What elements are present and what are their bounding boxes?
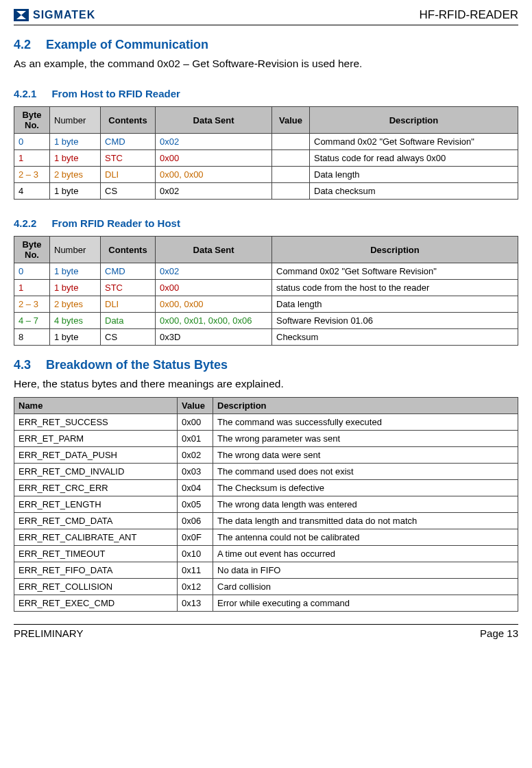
heading-number: 4.2.2 [14, 217, 36, 229]
table-row: ERR_RET_SUCCESS0x00The command was succe… [14, 414, 518, 431]
cell: ERR_RET_DATA_PUSH [14, 447, 178, 464]
col-byteno: Byte No. [14, 107, 50, 134]
page-footer: PRELIMINARY Page 13 [14, 624, 518, 639]
cell: 4 bytes [50, 313, 101, 329]
cell: Data checksum [310, 183, 518, 200]
cell: 1 byte [50, 280, 101, 296]
cell: The command used does not exist [213, 464, 518, 480]
cell: CMD [101, 263, 156, 280]
cell [272, 167, 310, 183]
cell: A time out event has occurred [213, 546, 518, 562]
cell: 0x00, 0x00 [156, 167, 272, 183]
cell: 0x02 [156, 134, 272, 150]
paragraph-4-3: Here, the status bytes and there meaning… [14, 378, 518, 390]
cell: 0x3D [156, 329, 272, 346]
table-row: ERR_RET_TIMEOUT0x10A time out event has … [14, 546, 518, 562]
table-row: 4 – 7 4 bytes Data 0x00, 0x01, 0x00, 0x0… [14, 313, 518, 329]
cell: 2 – 3 [14, 167, 50, 183]
table-row: ERR_RET_CRC_ERR0x04The Checksum is defec… [14, 480, 518, 496]
table-row: ERR_RET_COLLISION0x12Card collision [14, 579, 518, 595]
cell: Software Revision 01.06 [272, 313, 518, 329]
cell: Command 0x02 "Get Software Revision" [272, 263, 518, 280]
col-value: Value [272, 107, 310, 134]
cell: STC [101, 150, 156, 167]
table-row: 0 1 byte CMD 0x02 Command 0x02 "Get Soft… [14, 263, 518, 280]
col-datasent: Data Sent [156, 237, 272, 263]
col-number: Number [50, 107, 101, 134]
cell: 0x00 [156, 280, 272, 296]
heading-4-2: 4.2Example of Communication [14, 38, 518, 52]
col-description: Description [213, 398, 518, 414]
col-name: Name [14, 398, 178, 414]
table-row: 2 – 3 2 bytes DLI 0x00, 0x00 Data length [14, 296, 518, 313]
cell: 0x0F [178, 529, 213, 546]
cell: 0x03 [178, 464, 213, 480]
cell: 0x02 [156, 183, 272, 200]
cell: CS [101, 329, 156, 346]
heading-number: 4.2 [14, 38, 31, 51]
cell: ERR_RET_CRC_ERR [14, 480, 178, 496]
cell: The antenna could not be calibrated [213, 529, 518, 546]
paragraph-4-2: As an example, the command 0x02 – Get So… [14, 58, 518, 70]
cell: ERR_RET_EXEC_CMD [14, 595, 178, 612]
cell: 1 [14, 280, 50, 296]
cell: 0x06 [178, 513, 213, 529]
cell: 0x00, 0x01, 0x00, 0x06 [156, 313, 272, 329]
cell: 0x12 [178, 579, 213, 595]
table-header-row: Byte No. Number Contents Data Sent Value… [14, 107, 518, 134]
sigma-icon [14, 9, 29, 21]
cell: DLI [101, 296, 156, 313]
cell: 1 byte [50, 329, 101, 346]
table-row: ERR_RET_CMD_INVALID0x03The command used … [14, 464, 518, 480]
heading-text: Breakdown of the Status Bytes [46, 358, 228, 372]
heading-4-3: 4.3Breakdown of the Status Bytes [14, 358, 518, 372]
col-description: Description [310, 107, 518, 134]
cell: No data in FIFO [213, 562, 518, 579]
table-row: ERR_RET_LENGTH0x05The wrong data length … [14, 496, 518, 513]
table-reader-to-host: Byte No. Number Contents Data Sent Descr… [14, 236, 518, 346]
cell: 1 byte [50, 134, 101, 150]
cell: The wrong data were sent [213, 447, 518, 464]
cell: 0x02 [156, 263, 272, 280]
cell: 2 bytes [50, 296, 101, 313]
cell: ERR_RET_SUCCESS [14, 414, 178, 431]
cell: 1 byte [50, 263, 101, 280]
cell: DLI [101, 167, 156, 183]
cell: The Checksum is defective [213, 480, 518, 496]
col-datasent: Data Sent [156, 107, 272, 134]
cell: 0x00 [178, 414, 213, 431]
cell: ERR_RET_LENGTH [14, 496, 178, 513]
heading-text: Example of Communication [46, 38, 208, 51]
table-header-row: Byte No. Number Contents Data Sent Descr… [14, 237, 518, 263]
cell: CS [101, 183, 156, 200]
cell: 0x00 [156, 150, 272, 167]
heading-4-2-1: 4.2.1From Host to RFID Reader [14, 88, 518, 99]
cell: ERR_RET_COLLISION [14, 579, 178, 595]
table-row: 8 1 byte CS 0x3D Checksum [14, 329, 518, 346]
product-name: HF-RFID-READER [420, 8, 519, 22]
table-row: ERR_RET_FIFO_DATA0x11No data in FIFO [14, 562, 518, 579]
table-row: ERR_RET_EXEC_CMD0x13Error while executin… [14, 595, 518, 612]
cell: 0x00, 0x00 [156, 296, 272, 313]
table-header-row: Name Value Description [14, 398, 518, 414]
cell: ERR_RET_CMD_DATA [14, 513, 178, 529]
cell: ERR_RET_CALIBRATE_ANT [14, 529, 178, 546]
cell: STC [101, 280, 156, 296]
cell: The wrong data length was entered [213, 496, 518, 513]
cell: Data length [272, 296, 518, 313]
cell: Status code for read always 0x00 [310, 150, 518, 167]
footer-right: Page 13 [480, 627, 518, 639]
cell: 0 [14, 134, 50, 150]
heading-number: 4.2.1 [14, 88, 36, 99]
footer-left: PRELIMINARY [14, 627, 83, 639]
cell: 0x05 [178, 496, 213, 513]
cell: ERR_ET_PARM [14, 431, 178, 447]
cell [272, 134, 310, 150]
col-byteno: Byte No. [14, 237, 50, 263]
page-header: SIGMATEK HF-RFID-READER [14, 8, 518, 25]
cell: The command was successfully executed [213, 414, 518, 431]
cell: 1 [14, 150, 50, 167]
cell: 1 byte [50, 183, 101, 200]
cell: 0x13 [178, 595, 213, 612]
cell: 0x01 [178, 431, 213, 447]
